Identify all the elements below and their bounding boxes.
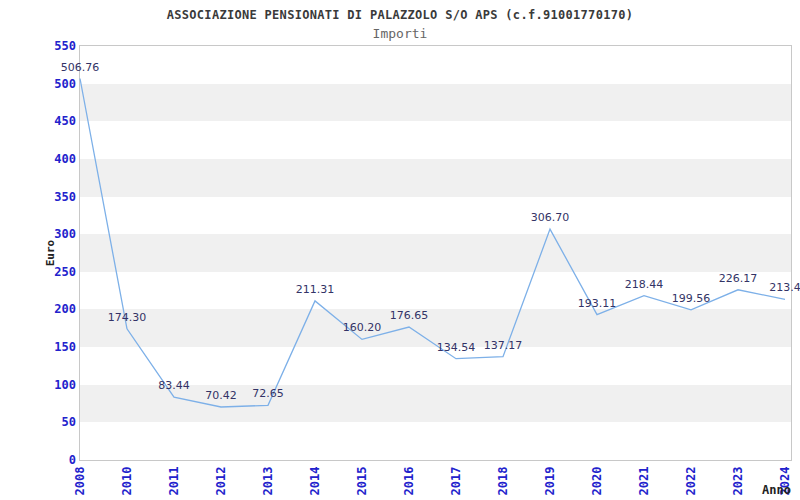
x-tick-label: 2011: [167, 467, 181, 496]
x-tick-label: 2021: [637, 467, 651, 496]
y-tick-label: 350: [30, 190, 76, 204]
point-label: 211.31: [296, 283, 335, 296]
y-tick-label: 0: [30, 453, 76, 467]
point-label: 226.17: [719, 272, 758, 285]
point-label: 174.30: [108, 311, 147, 324]
y-tick-label: 450: [30, 114, 76, 128]
x-tick-label: 2014: [308, 467, 322, 496]
x-tick-label: 2022: [684, 467, 698, 496]
point-label: 199.56: [672, 292, 711, 305]
y-tick-label: 500: [30, 77, 76, 91]
point-label: 70.42: [205, 389, 237, 402]
y-axis-title: Euro: [44, 240, 57, 267]
x-tick-label: 2016: [402, 467, 416, 496]
x-tick-label: 2012: [214, 467, 228, 496]
x-tick-label: 2023: [731, 467, 745, 496]
x-tick-label: 2018: [496, 467, 510, 496]
point-label: 83.44: [158, 379, 190, 392]
point-label: 176.65: [390, 309, 429, 322]
line-series-layer: [0, 0, 800, 500]
y-tick-label: 250: [30, 265, 76, 279]
chart-canvas: ASSOCIAZIONE PENSIONATI DI PALAZZOLO S/O…: [0, 0, 800, 500]
y-tick-label: 550: [30, 39, 76, 53]
point-label: 137.17: [484, 339, 523, 352]
x-axis-title: Anno: [762, 483, 791, 497]
y-tick-label: 400: [30, 152, 76, 166]
x-tick-label: 2020: [590, 467, 604, 496]
series-line: [80, 79, 785, 408]
y-tick-label: 100: [30, 378, 76, 392]
x-tick-label: 2017: [449, 467, 463, 496]
point-label: 160.20: [343, 321, 382, 334]
point-label: 193.11: [578, 297, 617, 310]
point-label: 72.65: [252, 387, 284, 400]
x-tick-label: 2019: [543, 467, 557, 496]
point-label: 213.4: [769, 281, 800, 294]
y-tick-label: 150: [30, 340, 76, 354]
point-label: 506.76: [61, 61, 100, 74]
point-label: 218.44: [625, 278, 664, 291]
x-tick-label: 2008: [73, 467, 87, 496]
point-label: 134.54: [437, 341, 476, 354]
x-tick-label: 2013: [261, 467, 275, 496]
y-tick-label: 200: [30, 302, 76, 316]
x-tick-label: 2010: [120, 467, 134, 496]
x-tick-label: 2015: [355, 467, 369, 496]
point-label: 306.70: [531, 211, 570, 224]
y-tick-label: 50: [30, 415, 76, 429]
